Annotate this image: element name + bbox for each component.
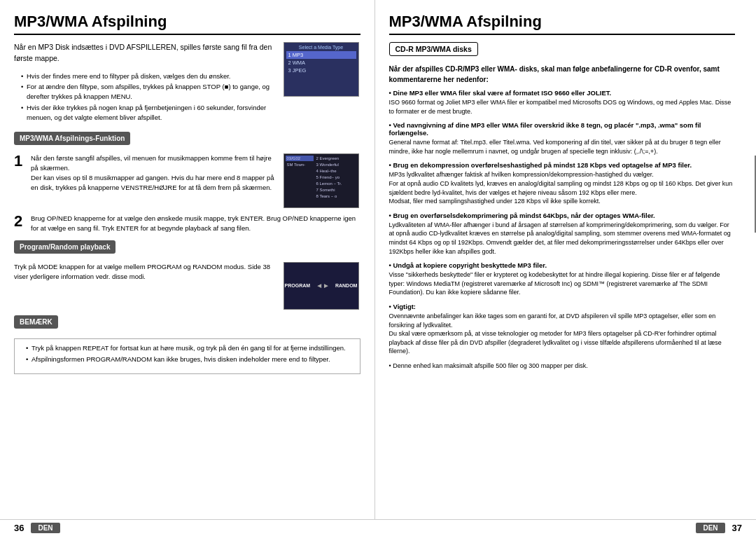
cdr-section-label: CD-R MP3/WMA disks [389, 42, 478, 56]
bemærk-item-1: Tryk på knappen REPEAT for fortsat kun a… [26, 343, 354, 353]
step1-number: 1 [14, 153, 27, 208]
step2-section: 2 Brug OP/NED knapperne for at vælge den… [14, 214, 360, 233]
left-intro-text: Når en MP3 Disk indsættes i DVD AFSPILLE… [14, 42, 278, 64]
bemærk-item-2: Afspilningsformen PROGRAM/RANDOM kan ikk… [26, 355, 354, 364]
sub-section-3: • Brug en overførselsdekomprimering på m… [389, 212, 736, 256]
folder-left-panel: 03/G02 SM Town- [286, 156, 314, 206]
right-page: MP3/WMA Afspilning CD-R MP3/WMA disks Nå… [375, 0, 757, 519]
section2-text: Tryk på MODE knappen for at vælge mellem… [14, 262, 278, 282]
menu-item-1: 1 MP3 [286, 51, 356, 59]
program-label: PROGRAM [285, 283, 311, 288]
step2-text: Brug OP/NED knapperne for at vælge den ø… [31, 214, 360, 233]
page-footer: 36 DEN DEN 37 [0, 519, 756, 536]
step1-section: 1 Når den første sangfil afspilles, vil … [14, 153, 360, 208]
right-page-number: 37 [732, 523, 742, 533]
left-page: MP3/WMA Afspilning Når en MP3 Disk indsæ… [0, 0, 375, 519]
left-page-title: MP3/WMA Afspilning [14, 13, 360, 35]
list-item: Hvis der ikke trykkes på nogen knap på f… [21, 103, 278, 123]
left-page-number: 36 [14, 523, 24, 533]
sub-section-1: • Ved navngivning af dine MP3 eller WMA … [389, 121, 736, 156]
step2-number: 2 [14, 214, 27, 233]
section2-label: Program/Random playback [14, 240, 115, 254]
bemærk-box: Tryk på knappen REPEAT for fortsat kun a… [14, 338, 360, 375]
menu-screen-image: Select a Media Type 1 MP3 2 WMA 3 JPEG [284, 42, 359, 97]
left-den-badge: DEN [31, 523, 59, 533]
list-item: Hvis der findes mere end to filtyper på … [21, 71, 278, 81]
menu-item-2: 2 WMA [286, 59, 356, 67]
bemærk-list: Tryk på knappen REPEAT for fortsat kun a… [20, 343, 354, 364]
sub-section-6: • Denne enhed kan maksimalt afspille 500… [389, 362, 736, 371]
program-arrow: ◄► [316, 282, 330, 289]
footer-left: 36 DEN [14, 523, 60, 533]
right-den-badge: DEN [696, 523, 724, 533]
menu-item-3: 3 JPEG [286, 67, 356, 74]
section1-label: MP3/WMA Afspilnings-Funktion [14, 132, 130, 145]
right-bold-intro: Når der afspilles CD-R/MP3 eller WMA- di… [389, 64, 736, 85]
sub-section-0: • Dine MP3 eller WMA filer skal være af … [389, 89, 736, 116]
program-screen-image: PROGRAM ◄► RANDOM [284, 262, 359, 310]
sub-section-5: • Vigtigt: Ovennævnte anbefalinger kan i… [389, 303, 736, 356]
sub-section-4: • Undgå at kopiere copyright beskyttede … [389, 261, 736, 297]
right-page-title: MP3/WMA Afspilning [389, 13, 736, 35]
list-item: For at ændre den filtype, som afspilles,… [21, 82, 278, 102]
left-bullet-list: Hvis der findes mere end to filtyper på … [14, 71, 278, 123]
menu-screen-header: Select a Media Type [286, 45, 356, 50]
folder-right-panel: 2 Evergreen 3 Wonderful 4 Heal~the 5 Fri… [315, 156, 357, 206]
bemærk-label: BEMÆRK [14, 315, 58, 329]
random-label: RANDOM [335, 283, 358, 288]
sub-section-2: • Brug en dekompression overførelseshast… [389, 161, 736, 205]
footer-right: DEN 37 [696, 523, 742, 533]
folder-screen-image: 03/G02 SM Town- 2 Evergreen 3 Wonderful … [284, 153, 359, 208]
step1-text: Når den første sangfil afspilles, vil me… [31, 153, 278, 192]
